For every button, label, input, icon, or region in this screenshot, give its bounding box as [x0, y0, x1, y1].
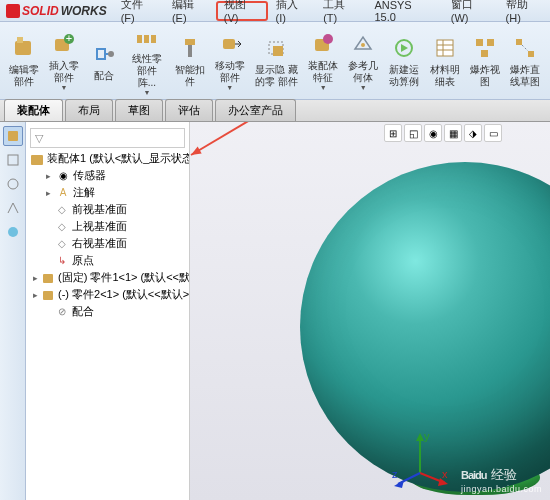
insert-part-icon: + [50, 30, 78, 58]
ribbon-new-motion[interactable]: 新建运 动算例 [383, 24, 424, 97]
ribbon-ref-geometry[interactable]: 参考几 何体 ▼ [343, 24, 383, 97]
tree-mates[interactable]: ⊘ 配合 [28, 303, 187, 320]
assembly-icon [30, 152, 44, 166]
ribbon-assembly-feature[interactable]: 装配体 特征 ▼ [303, 24, 343, 97]
tree-part1[interactable]: ▸ (固定) 零件1<1> (默认<<默认 [28, 269, 187, 286]
ribbon-insert-part[interactable]: + 插入零 部件 ▼ [44, 24, 84, 97]
ribbon-smart-fastener[interactable]: 智能扣 件 [170, 24, 210, 97]
svg-line-27 [522, 45, 528, 51]
vp-tool-6[interactable]: ▭ [484, 124, 502, 142]
expand-icon[interactable]: ▸ [43, 188, 53, 198]
tab-layout[interactable]: 布局 [65, 99, 113, 121]
tree-top-plane[interactable]: ◇ 上视基准面 [28, 218, 187, 235]
menu-window[interactable]: 窗口(W) [443, 0, 498, 22]
3d-viewport[interactable]: ⊞ ◱ ◉ ▦ ⬗ ▭ y x z [190, 122, 550, 500]
svg-point-5 [108, 51, 114, 57]
ribbon-explode-view[interactable]: 爆炸视 图 [465, 24, 505, 97]
svg-rect-26 [528, 51, 534, 57]
show-hide-icon [263, 34, 291, 62]
svg-rect-6 [137, 35, 142, 43]
ribbon-move-part[interactable]: 移动零 部件 ▼ [210, 24, 250, 97]
tab-assembly[interactable]: 装配体 [4, 99, 63, 121]
config-manager-tab-icon[interactable] [3, 174, 23, 194]
vp-tool-3[interactable]: ◉ [424, 124, 442, 142]
mates-folder-icon: ⊘ [55, 305, 69, 319]
tab-sketch[interactable]: 草图 [115, 99, 163, 121]
expand-icon[interactable]: ▸ [33, 290, 38, 300]
tree-right-plane[interactable]: ◇ 右视基准面 [28, 235, 187, 252]
expand-icon[interactable]: ▸ [33, 273, 38, 283]
solidworks-icon [6, 4, 20, 18]
tree-sensors[interactable]: ▸ ◉ 传感器 [28, 167, 187, 184]
tree-filter-input[interactable]: ▽ [30, 128, 185, 148]
tree-right-plane-label: 右视基准面 [72, 236, 127, 251]
ribbon-show-hide[interactable]: 显示隐 藏的零 部件 [250, 24, 303, 97]
svg-rect-29 [8, 155, 18, 165]
ribbon-edit-part[interactable]: 编辑零 部件 [4, 24, 44, 97]
origin-icon: ↳ [55, 254, 69, 268]
coordinate-axes-triad: y x z [390, 428, 450, 488]
watermark: Baidu 经验 jingyan.baidu.com [461, 466, 542, 494]
filter-icon: ▽ [35, 132, 43, 145]
tree-annotations[interactable]: ▸ A 注解 [28, 184, 187, 201]
svg-text:x: x [442, 468, 448, 480]
ribbon-edit-part-label: 编辑零 部件 [8, 64, 40, 88]
menu-tools[interactable]: 工具(T) [315, 0, 366, 22]
tab-office[interactable]: 办公室产品 [215, 99, 296, 121]
ribbon-insert-part-label: 插入零 部件 [48, 60, 80, 84]
svg-rect-25 [516, 39, 522, 45]
svg-rect-33 [43, 274, 53, 283]
expand-icon[interactable]: ▸ [43, 171, 53, 181]
sidebar-tab-strip [0, 122, 26, 500]
display-manager-tab-icon[interactable] [3, 222, 23, 242]
ribbon-smart-fastener-label: 智能扣 件 [174, 64, 206, 88]
ribbon-explode-line[interactable]: 爆炸直 线草图 [505, 24, 546, 97]
ribbon-assembly-feature-label: 装配体 特征 [307, 60, 339, 84]
tree-part2[interactable]: ▸ (-) 零件2<1> (默认<<默认> [28, 286, 187, 303]
chevron-down-icon: ▼ [320, 84, 327, 91]
ribbon-linear-pattern[interactable]: 线性零 部件阵... ▼ [124, 24, 170, 97]
explode-view-icon [471, 34, 499, 62]
menu-edit[interactable]: 编辑(E) [164, 0, 216, 22]
command-tabs: 装配体 布局 草图 评估 办公室产品 [0, 100, 550, 122]
menu-file[interactable]: 文件(F) [113, 0, 164, 22]
tree-front-plane[interactable]: ◇ 前视基准面 [28, 201, 187, 218]
tree-root-assembly[interactable]: 装配体1 (默认<默认_显示状态-1 [28, 150, 187, 167]
property-manager-tab-icon[interactable] [3, 150, 23, 170]
menu-help[interactable]: 帮助(H) [498, 0, 550, 22]
ribbon-mate[interactable]: 配合 [84, 24, 124, 97]
svg-rect-34 [43, 291, 53, 300]
motion-study-icon [390, 34, 418, 62]
tree-top-plane-label: 上视基准面 [72, 219, 127, 234]
ribbon-explode-view-label: 爆炸视 图 [469, 64, 501, 88]
vp-tool-4[interactable]: ▦ [444, 124, 462, 142]
dimxpert-tab-icon[interactable] [3, 198, 23, 218]
svg-rect-18 [437, 40, 453, 56]
explode-line-icon [511, 34, 539, 62]
svg-marker-38 [416, 433, 424, 441]
svg-rect-7 [144, 35, 149, 43]
svg-rect-8 [151, 35, 156, 43]
tab-evaluate[interactable]: 评估 [165, 99, 213, 121]
vp-tool-5[interactable]: ⬗ [464, 124, 482, 142]
bom-icon [431, 34, 459, 62]
vp-tool-2[interactable]: ◱ [404, 124, 422, 142]
ribbon-bom-label: 材料明 细表 [429, 64, 461, 88]
feature-tree-tab-icon[interactable] [3, 126, 23, 146]
vp-tool-1[interactable]: ⊞ [384, 124, 402, 142]
svg-rect-22 [476, 39, 483, 46]
svg-rect-1 [17, 37, 23, 43]
svg-rect-23 [487, 39, 494, 46]
ribbon-bom[interactable]: 材料明 细表 [425, 24, 465, 97]
tree-mates-label: 配合 [72, 304, 94, 319]
ribbon-show-hide-label: 显示隐 藏的零 部件 [254, 64, 299, 88]
svg-line-35 [190, 122, 416, 155]
menu-insert[interactable]: 插入(I) [268, 0, 316, 22]
menu-ansys[interactable]: ANSYS 15.0 [366, 0, 442, 22]
menu-view[interactable]: 视图(V) [216, 1, 268, 21]
sidebar-body: ▽ 装配体1 (默认<默认_显示状态-1 ▸ ◉ 传感器 ▸ A 注解 [0, 122, 189, 500]
logo-text-1: SOLID [22, 4, 59, 18]
linear-pattern-icon [133, 25, 161, 51]
tree-origin[interactable]: ↳ 原点 [28, 252, 187, 269]
svg-rect-28 [8, 131, 18, 141]
